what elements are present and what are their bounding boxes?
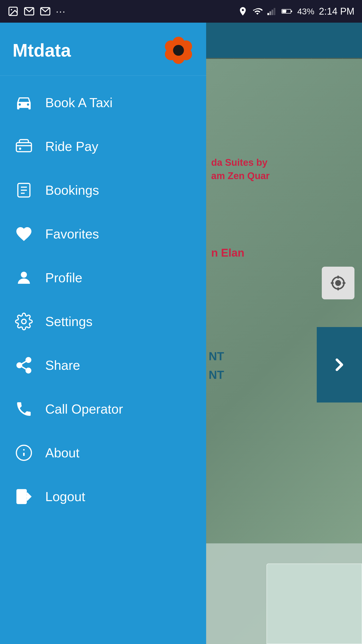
phone-icon bbox=[13, 398, 35, 420]
sidebar-header: Mtdata bbox=[0, 23, 206, 76]
svg-point-34 bbox=[26, 358, 31, 362]
profile-label: Profile bbox=[45, 270, 82, 285]
svg-rect-25 bbox=[16, 143, 31, 152]
mail-alt-icon bbox=[40, 6, 51, 17]
next-arrow-button[interactable] bbox=[317, 327, 362, 403]
sidebar-item-favorites[interactable]: Favorites bbox=[5, 212, 201, 256]
svg-rect-9 bbox=[291, 11, 292, 12]
map-label-2: n Elan bbox=[211, 247, 244, 259]
sidebar-item-profile[interactable]: Profile bbox=[5, 256, 201, 300]
bottom-panel bbox=[206, 543, 362, 644]
svg-point-36 bbox=[26, 368, 31, 373]
sidebar-drawer: Mtdata Book A Taxi Ride Pay bbox=[0, 23, 206, 644]
bookings-label: Bookings bbox=[45, 183, 99, 198]
share-icon bbox=[13, 354, 35, 377]
sidebar-item-share[interactable]: Share bbox=[5, 343, 201, 387]
location-status-icon bbox=[238, 6, 248, 16]
sidebar-item-bookings[interactable]: Bookings bbox=[5, 168, 201, 212]
svg-rect-5 bbox=[269, 11, 271, 15]
sidebar-item-about[interactable]: About bbox=[5, 431, 201, 475]
chevron-right-icon bbox=[329, 355, 349, 375]
favorites-icon bbox=[13, 223, 35, 245]
image-icon bbox=[8, 6, 19, 17]
svg-point-35 bbox=[17, 363, 22, 368]
sidebar-item-book-taxi[interactable]: Book A Taxi bbox=[5, 81, 201, 125]
mail-icon bbox=[24, 6, 35, 17]
svg-rect-6 bbox=[272, 10, 274, 15]
svg-rect-4 bbox=[267, 13, 269, 15]
svg-rect-10 bbox=[282, 10, 286, 13]
book-taxi-label: Book A Taxi bbox=[45, 95, 113, 110]
status-right-icons: 43% 2:14 PM bbox=[238, 6, 354, 17]
svg-point-24 bbox=[173, 45, 184, 56]
profile-icon bbox=[13, 266, 35, 289]
ride-pay-label: Ride Pay bbox=[45, 139, 98, 154]
info-icon bbox=[13, 441, 35, 464]
settings-icon bbox=[13, 310, 35, 333]
svg-point-27 bbox=[19, 148, 21, 150]
app-title: Mtdata bbox=[13, 40, 71, 61]
target-icon bbox=[329, 274, 347, 292]
sidebar-item-logout[interactable]: Logout bbox=[5, 475, 201, 518]
battery-percentage: 43% bbox=[297, 7, 314, 16]
map-label-1: da Suites by am Zen Quar bbox=[211, 156, 269, 183]
sidebar-item-settings[interactable]: Settings bbox=[5, 300, 201, 343]
logout-icon bbox=[13, 485, 35, 508]
map-header-strip bbox=[206, 23, 362, 58]
status-left-icons: ··· bbox=[8, 6, 66, 17]
svg-point-33 bbox=[22, 319, 26, 324]
signal-status-icon bbox=[267, 6, 277, 16]
wifi-status-icon bbox=[252, 6, 262, 16]
ridepay-icon bbox=[13, 135, 35, 158]
bookings-icon bbox=[13, 179, 35, 202]
settings-label: Settings bbox=[45, 314, 93, 329]
menu-list: Book A Taxi Ride Pay Bookings Favorites bbox=[0, 81, 206, 518]
svg-line-38 bbox=[21, 361, 26, 364]
about-label: About bbox=[45, 445, 79, 460]
sidebar-item-ride-pay[interactable]: Ride Pay bbox=[5, 125, 201, 168]
svg-rect-7 bbox=[274, 8, 276, 15]
status-time: 2:14 PM bbox=[319, 6, 354, 17]
svg-point-1 bbox=[11, 9, 12, 11]
svg-line-37 bbox=[21, 367, 26, 370]
status-bar: ··· 43% 2:14 PM bbox=[0, 0, 362, 23]
location-target-button[interactable] bbox=[322, 267, 354, 299]
sidebar-item-call-operator[interactable]: Call Operator bbox=[5, 387, 201, 431]
more-icon: ··· bbox=[56, 6, 66, 17]
bottom-panel-inner bbox=[266, 564, 362, 644]
logout-label: Logout bbox=[45, 489, 85, 504]
app-logo bbox=[163, 35, 194, 65]
share-label: Share bbox=[45, 358, 80, 373]
battery-status-icon bbox=[282, 8, 293, 14]
svg-point-32 bbox=[21, 272, 27, 278]
svg-point-41 bbox=[23, 449, 25, 451]
svg-point-13 bbox=[336, 281, 340, 285]
taxi-icon bbox=[13, 91, 35, 114]
favorites-label: Favorites bbox=[45, 226, 99, 242]
map-panel-info: NT NT bbox=[209, 347, 224, 384]
call-operator-label: Call Operator bbox=[45, 401, 123, 417]
